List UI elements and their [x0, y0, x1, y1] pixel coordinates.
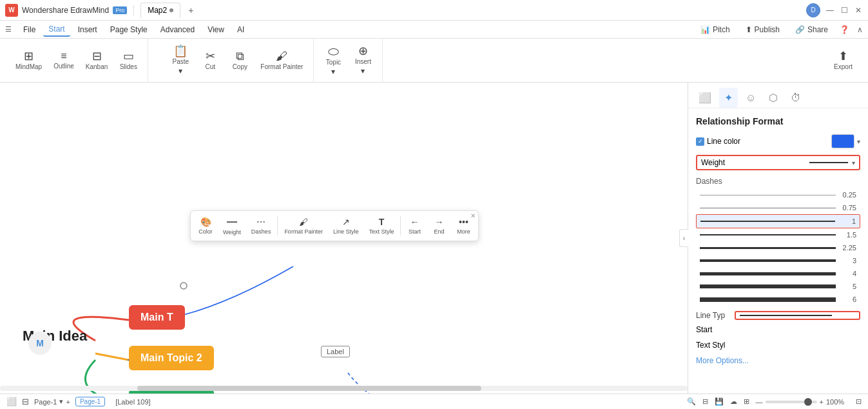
status-icon-2: ⊟: [702, 397, 708, 406]
ft-format-painter-button[interactable]: 🖌 Format Painter: [279, 214, 328, 237]
horizontal-scrollbar[interactable]: [0, 386, 688, 391]
active-tab[interactable]: Map2: [140, 3, 180, 18]
copy-button[interactable]: ⧉ Copy: [226, 48, 254, 73]
pitch-action[interactable]: 📊 Pitch: [697, 24, 734, 35]
dash-option-3[interactable]: 3: [696, 254, 860, 267]
view-mode-group: ⊞ MindMap ≡ Outline ⊟ Kanban ▭ Slides: [5, 39, 148, 82]
page-down-arrow[interactable]: ▾: [59, 397, 63, 406]
panel-tab-style[interactable]: ⬜: [693, 88, 717, 108]
title-bar: W Wondershare EdrawMind Pro Map2 + D — ☐…: [0, 0, 868, 21]
menu-page-style[interactable]: Page Style: [105, 23, 153, 36]
linetype-select[interactable]: [735, 311, 860, 320]
share-action[interactable]: 🔗 Share: [791, 24, 832, 35]
menu-start[interactable]: Start: [43, 23, 70, 37]
status-bar: ⬜ ⊟ Page-1 ▾ + Page-1 [Label 109] 🔍 ⊟ 💾 …: [0, 394, 868, 409]
dash-option-025[interactable]: 0.25: [696, 188, 860, 201]
format-painter-icon: 🖌: [276, 50, 287, 62]
ft-end-button[interactable]: → End: [427, 214, 451, 237]
dash-option-1[interactable]: 1: [696, 214, 860, 228]
linetype-row: Line Typ: [696, 311, 860, 320]
outline-button[interactable]: ≡ Outline: [48, 48, 79, 72]
dash-option-15[interactable]: 1.5: [696, 228, 860, 241]
dash-option-225[interactable]: 2.25: [696, 241, 860, 254]
slides-button[interactable]: ▭ Slides: [114, 48, 142, 73]
weight-select[interactable]: Weight ▾: [696, 155, 860, 170]
panel-collapse-button[interactable]: ›: [679, 229, 688, 247]
main-topic-2[interactable]: Main Topic 2: [129, 346, 214, 370]
end-icon: →: [434, 217, 443, 227]
panel-tab-ai[interactable]: ✦: [719, 88, 738, 108]
line-color-row: ✓ Line color ▾: [696, 134, 860, 148]
weight-row: Weight ▾: [696, 155, 860, 170]
chevron-up-icon[interactable]: ∧: [857, 25, 863, 34]
menu-collapse-button[interactable]: ☰: [5, 25, 12, 34]
mindmap-button[interactable]: ⊞ MindMap: [10, 48, 47, 73]
weight-label: Weight: [701, 158, 725, 167]
menu-ai[interactable]: AI: [232, 23, 249, 36]
cut-button[interactable]: ✂ Cut: [196, 48, 224, 73]
help-icon[interactable]: ❓: [840, 25, 849, 34]
ft-text-style-button[interactable]: T Text Style: [363, 214, 399, 237]
mindmap-icon: ⊞: [24, 50, 34, 62]
main-topic-1[interactable]: Main T: [129, 305, 185, 330]
edit-group: 📋 Paste ▾ ✂ Cut ⧉ Copy 🖌 Format Painter: [161, 39, 314, 82]
paste-button[interactable]: 📋 Paste ▾: [166, 43, 195, 78]
dash-option-6[interactable]: 6: [696, 293, 860, 306]
panel-tab-emoji[interactable]: ☺: [740, 88, 761, 108]
status-icon-1: 🔍: [687, 397, 696, 406]
ft-start-button[interactable]: ← Start: [402, 214, 427, 237]
canvas[interactable]: Main Idea Main T Main Topic 2 Main Topic…: [0, 83, 688, 394]
menu-file[interactable]: File: [18, 23, 41, 36]
linetype-label: Line Typ: [696, 311, 735, 320]
slides-icon: ▭: [123, 50, 134, 62]
line-color-label: Line color: [707, 137, 740, 146]
status-page-icon: ⬜: [6, 397, 17, 406]
add-tab-button[interactable]: +: [184, 4, 197, 17]
more-options-button[interactable]: More Options...: [696, 356, 860, 365]
minimize-button[interactable]: —: [825, 6, 834, 15]
panel-tab-time[interactable]: ⏱: [786, 88, 806, 108]
menu-view[interactable]: View: [202, 23, 229, 36]
topic-arrow: ▾: [331, 67, 335, 76]
ft-color-button[interactable]: 🎨 Color: [193, 214, 218, 237]
menu-insert[interactable]: Insert: [73, 23, 102, 36]
panel-tab-shape[interactable]: ⬡: [764, 88, 783, 108]
menu-advanced[interactable]: Advanced: [155, 23, 200, 36]
fit-screen-button[interactable]: ⊡: [856, 397, 862, 406]
line-color-checkbox[interactable]: ✓: [696, 137, 704, 146]
publish-action[interactable]: ⬆ Publish: [742, 24, 784, 35]
start-label: Start: [696, 325, 712, 334]
label-tag[interactable]: Label: [321, 346, 350, 357]
dash-option-5[interactable]: 5: [696, 280, 860, 293]
insert-button[interactable]: ⊕ Insert ▾: [349, 43, 377, 78]
close-button[interactable]: ✕: [854, 6, 863, 15]
export-button[interactable]: ⬆ Export: [829, 48, 858, 73]
dash-option-075[interactable]: 0.75: [696, 201, 860, 214]
zoom-slider[interactable]: [766, 401, 817, 403]
user-avatar: D: [806, 3, 820, 17]
ft-weight-button[interactable]: — Weight: [218, 214, 246, 238]
ft-dashes-button[interactable]: ⋯ Dashes: [246, 214, 276, 237]
export-group: ⬆ Export: [824, 39, 863, 82]
more-icon: •••: [459, 217, 468, 227]
kanban-button[interactable]: ⊟ Kanban: [81, 48, 113, 73]
line-color-dropdown-arrow[interactable]: ▾: [857, 138, 860, 145]
panel-section-title: Relationship Format: [696, 116, 860, 126]
panel-tabs: ⬜ ✦ ☺ ⬡ ⏱: [688, 83, 868, 108]
floating-toolbar-close[interactable]: ✕: [470, 212, 476, 219]
ft-line-style-button[interactable]: ↗ Line Style: [328, 214, 364, 237]
color-icon: 🎨: [200, 217, 211, 227]
dash-option-4[interactable]: 4: [696, 267, 860, 280]
zoom-out-button[interactable]: —: [756, 398, 763, 406]
page-badge[interactable]: Page-1: [75, 397, 105, 406]
add-page-button[interactable]: +: [66, 398, 70, 406]
topic-button[interactable]: ⬭ Topic ▾: [319, 42, 347, 79]
export-icon: ⬆: [838, 50, 848, 62]
pro-badge: Pro: [113, 6, 127, 14]
zoom-in-button[interactable]: +: [820, 398, 824, 406]
toolbar: ⊞ MindMap ≡ Outline ⊟ Kanban ▭ Slides 📋 …: [0, 39, 868, 83]
maximize-button[interactable]: ☐: [840, 6, 849, 15]
format-painter-button[interactable]: 🖌 Format Painter: [255, 48, 308, 73]
weight-dropdown-arrow[interactable]: ▾: [852, 159, 855, 166]
line-color-picker[interactable]: [831, 134, 854, 148]
